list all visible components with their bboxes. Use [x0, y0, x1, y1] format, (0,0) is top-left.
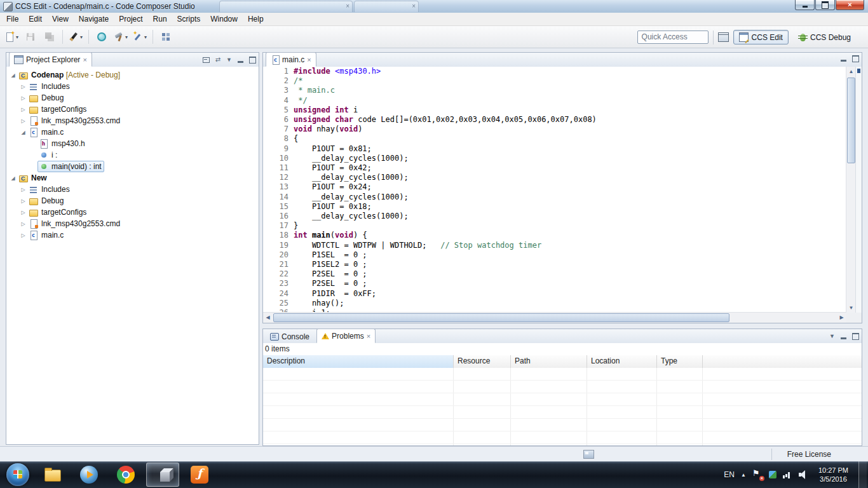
menu-run[interactable]: Run	[148, 13, 172, 26]
open-perspective-icon[interactable]	[718, 32, 729, 42]
menu-edit[interactable]: Edit	[24, 13, 47, 26]
scroll-right-icon[interactable]: ▶	[837, 313, 846, 322]
minimize-view-icon[interactable]	[841, 337, 846, 339]
view-menu-icon[interactable]: ▼	[226, 55, 232, 64]
menu-help[interactable]: Help	[243, 13, 269, 26]
minimize-editor-icon[interactable]	[841, 60, 846, 62]
tree-collapsed-arrow-icon[interactable]: ▷	[19, 210, 27, 215]
menu-file[interactable]: File	[1, 13, 24, 26]
tab-project-explorer[interactable]: Project Explorer ×	[9, 52, 92, 67]
open-element-button[interactable]	[157, 29, 175, 44]
tree-collapsed-arrow-icon[interactable]: ▷	[19, 187, 27, 193]
taskbar-foxit-button[interactable]	[183, 463, 216, 487]
tray-action-center-icon[interactable]	[752, 470, 763, 480]
window-maximize-button[interactable]	[815, 0, 835, 10]
tree-expanded-arrow-icon[interactable]: ◢	[9, 72, 17, 78]
overview-ruler[interactable]	[855, 67, 862, 313]
language-indicator[interactable]: EN	[724, 470, 735, 479]
new-target-configuration-button[interactable]	[93, 29, 111, 44]
editor-horizontal-scrollbar[interactable]: ◀ ▶	[263, 312, 846, 323]
taskbar-media-player-button[interactable]	[72, 463, 105, 487]
link-with-editor-icon[interactable]: ⇄	[215, 55, 220, 64]
column-path[interactable]: Path	[511, 355, 587, 368]
tray-expand-icon[interactable]: ▲	[741, 472, 746, 478]
save-button[interactable]	[22, 29, 39, 44]
tab-close-icon[interactable]: ×	[83, 57, 86, 63]
tree-collapsed-arrow-icon[interactable]: ▷	[19, 107, 27, 112]
minimize-view-icon[interactable]	[238, 61, 243, 63]
tree-expanded-arrow-icon[interactable]: ◢	[19, 130, 27, 135]
debug-launch-button[interactable]: ▾	[131, 29, 149, 44]
maximize-view-icon[interactable]	[249, 57, 256, 64]
scroll-up-icon[interactable]: ▲	[846, 67, 856, 76]
scroll-down-icon[interactable]: ▼	[846, 303, 856, 313]
clock[interactable]: 10:27 PM 3/5/2016	[815, 466, 852, 484]
tree-expanded-arrow-icon[interactable]: ◢	[9, 175, 17, 181]
ccs-app-icon[interactable]	[3, 2, 13, 11]
build-button[interactable]: ▾	[112, 29, 130, 44]
tab-main-c[interactable]: main.c ×	[266, 52, 316, 67]
perspective-ccs-edit-button[interactable]: CCS Edit	[733, 30, 789, 44]
tab-problems[interactable]: Problems ×	[316, 329, 376, 343]
quick-access-input[interactable]: Quick Access	[637, 30, 709, 44]
tree-collapsed-arrow-icon[interactable]: ▷	[19, 95, 27, 101]
collapse-all-icon[interactable]	[203, 57, 210, 63]
tree-item-includes[interactable]: ▷Includes	[6, 81, 259, 92]
title-bar[interactable]: × × CCS Edit - Codenap/main.c - Code Com…	[0, 0, 868, 13]
column-resource[interactable]: Resource	[454, 355, 511, 368]
tray-network-icon[interactable]	[783, 470, 793, 480]
menu-view[interactable]: View	[47, 13, 74, 26]
tree-item-i[interactable]: i :	[6, 149, 259, 161]
flash-programmer-button[interactable]: ▾	[67, 29, 85, 44]
tree-item-codenap[interactable]: ◢Codenap [Active - Debug]	[6, 69, 259, 81]
perspective-ccs-debug-button[interactable]: CCS Debug	[793, 30, 857, 44]
tree-item-lnk-msp430g2553-cmd[interactable]: ▷lnk_msp430g2553.cmd	[6, 218, 259, 229]
tree-item-debug[interactable]: ▷Debug	[6, 195, 259, 207]
tree-item-main-void-int[interactable]: main(void) : int	[6, 161, 259, 172]
editor-content[interactable]: 1#include <msp430.h>2/*3 * main.c4 */5un…	[263, 67, 846, 313]
tree-item-main-c[interactable]: ▷main.c	[6, 229, 259, 241]
maximize-view-icon[interactable]	[852, 333, 859, 340]
maximize-editor-icon[interactable]	[852, 55, 859, 62]
tab-close-icon[interactable]: ×	[367, 333, 370, 339]
tree-item-msp430-h[interactable]: msp430.h	[6, 138, 259, 149]
taskbar-ccs-button[interactable]	[146, 463, 179, 487]
start-button[interactable]	[6, 463, 29, 486]
tree-item-new[interactable]: ◢New	[6, 172, 259, 184]
column-description[interactable]: Description	[263, 355, 454, 368]
tree-item-targetconfigs[interactable]: ▷targetConfigs	[6, 207, 259, 218]
window-close-button[interactable]: ×	[836, 0, 864, 10]
menu-project[interactable]: Project	[114, 13, 147, 26]
menu-navigate[interactable]: Navigate	[74, 13, 114, 26]
vertical-scroll-thumb[interactable]	[847, 78, 855, 163]
tree-collapsed-arrow-icon[interactable]: ▷	[19, 118, 27, 124]
new-wizard-button[interactable]: ▾	[3, 29, 20, 44]
menu-window[interactable]: Window	[205, 13, 243, 26]
view-menu-icon[interactable]: ▼	[829, 332, 835, 341]
menu-scripts[interactable]: Scripts	[172, 13, 206, 26]
tree-item-main-c[interactable]: ◢main.c	[6, 126, 259, 138]
taskbar-chrome-button[interactable]	[109, 463, 142, 487]
tree-collapsed-arrow-icon[interactable]: ▷	[19, 198, 27, 204]
status-monitor-icon[interactable]	[583, 450, 594, 459]
column-type[interactable]: Type	[657, 355, 703, 368]
horizontal-scroll-thumb[interactable]	[273, 313, 729, 322]
show-desktop-button[interactable]	[858, 461, 867, 488]
tree-item-targetconfigs[interactable]: ▷targetConfigs	[6, 104, 259, 115]
tree-item-includes[interactable]: ▷Includes	[6, 184, 259, 195]
tray-update-icon[interactable]	[768, 470, 778, 480]
save-all-button[interactable]	[41, 29, 58, 44]
tree-collapsed-arrow-icon[interactable]: ▷	[19, 84, 27, 90]
column-location[interactable]: Location	[587, 355, 657, 368]
tab-console[interactable]: Console	[266, 330, 314, 343]
tree-collapsed-arrow-icon[interactable]: ▷	[19, 233, 27, 238]
scroll-left-icon[interactable]: ◀	[263, 313, 273, 322]
tree-item-lnk-msp430g2553-cmd[interactable]: ▷lnk_msp430g2553.cmd	[6, 115, 259, 126]
window-minimize-button[interactable]	[795, 0, 815, 10]
tree-item-debug[interactable]: ▷Debug	[6, 92, 259, 104]
taskbar-explorer-button[interactable]	[36, 463, 69, 487]
tab-close-icon[interactable]: ×	[307, 57, 311, 63]
editor-vertical-scrollbar[interactable]: ▲ ▼	[846, 67, 856, 313]
tray-volume-icon[interactable]	[798, 470, 808, 480]
tree-collapsed-arrow-icon[interactable]: ▷	[19, 221, 27, 227]
